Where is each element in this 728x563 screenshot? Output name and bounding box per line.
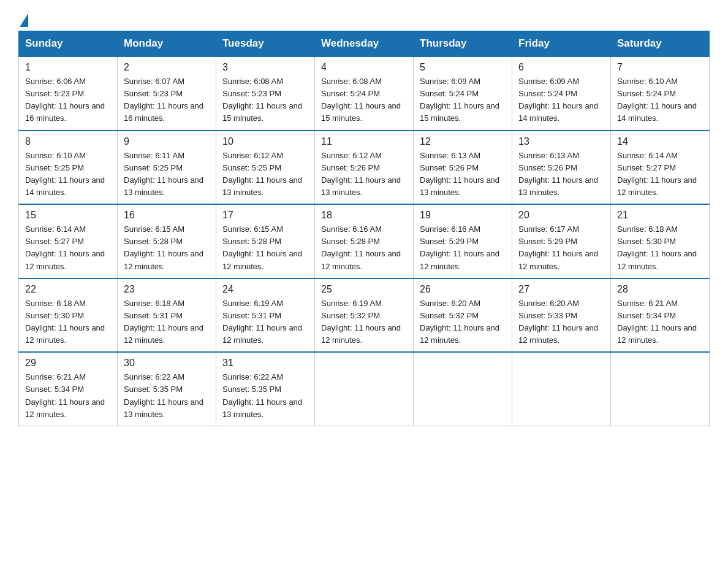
day-info: Sunrise: 6:18 AMSunset: 5:30 PMDaylight:… — [25, 297, 111, 347]
day-info: Sunrise: 6:19 AMSunset: 5:32 PMDaylight:… — [321, 297, 407, 347]
calendar-day-cell: 22Sunrise: 6:18 AMSunset: 5:30 PMDayligh… — [19, 278, 118, 353]
calendar-week-row: 1Sunrise: 6:06 AMSunset: 5:23 PMDaylight… — [19, 56, 710, 131]
day-info: Sunrise: 6:14 AMSunset: 5:27 PMDaylight:… — [617, 150, 703, 199]
day-number: 29 — [25, 358, 111, 369]
day-info: Sunrise: 6:12 AMSunset: 5:26 PMDaylight:… — [321, 150, 407, 199]
day-number: 21 — [617, 210, 703, 221]
calendar-day-cell: 5Sunrise: 6:09 AMSunset: 5:24 PMDaylight… — [414, 56, 512, 131]
calendar-day-cell: 20Sunrise: 6:17 AMSunset: 5:29 PMDayligh… — [512, 204, 611, 278]
weekday-header-friday: Friday — [512, 31, 611, 57]
day-number: 6 — [518, 62, 604, 73]
day-info: Sunrise: 6:15 AMSunset: 5:28 PMDaylight:… — [222, 223, 308, 273]
day-number: 12 — [420, 136, 506, 147]
calendar-day-cell: 8Sunrise: 6:10 AMSunset: 5:25 PMDaylight… — [19, 131, 118, 205]
day-number: 1 — [25, 62, 111, 73]
weekday-header-monday: Monday — [118, 31, 216, 57]
weekday-header-saturday: Saturday — [611, 31, 710, 57]
calendar-day-cell: 13Sunrise: 6:13 AMSunset: 5:26 PMDayligh… — [512, 131, 611, 205]
calendar-week-row: 29Sunrise: 6:21 AMSunset: 5:34 PMDayligh… — [19, 352, 710, 426]
weekday-header-thursday: Thursday — [414, 31, 512, 57]
calendar-day-cell: 17Sunrise: 6:15 AMSunset: 5:28 PMDayligh… — [216, 204, 315, 278]
calendar-day-cell: 29Sunrise: 6:21 AMSunset: 5:34 PMDayligh… — [19, 352, 118, 426]
day-info: Sunrise: 6:15 AMSunset: 5:28 PMDaylight:… — [124, 223, 210, 273]
calendar-empty-cell — [611, 352, 710, 426]
calendar-week-row: 8Sunrise: 6:10 AMSunset: 5:25 PMDaylight… — [19, 131, 710, 205]
day-number: 4 — [321, 62, 407, 73]
day-info: Sunrise: 6:11 AMSunset: 5:25 PMDaylight:… — [124, 150, 210, 199]
day-number: 22 — [25, 284, 111, 295]
calendar-day-cell: 28Sunrise: 6:21 AMSunset: 5:34 PMDayligh… — [611, 278, 710, 353]
day-info: Sunrise: 6:18 AMSunset: 5:31 PMDaylight:… — [124, 297, 210, 347]
day-number: 10 — [222, 136, 308, 147]
day-number: 13 — [518, 136, 604, 147]
day-info: Sunrise: 6:09 AMSunset: 5:24 PMDaylight:… — [420, 75, 506, 125]
day-number: 7 — [617, 62, 703, 73]
day-info: Sunrise: 6:08 AMSunset: 5:23 PMDaylight:… — [222, 75, 308, 125]
day-info: Sunrise: 6:22 AMSunset: 5:35 PMDaylight:… — [124, 371, 210, 421]
day-number: 30 — [124, 358, 210, 369]
day-number: 9 — [124, 136, 210, 147]
logo — [18, 12, 28, 25]
day-info: Sunrise: 6:13 AMSunset: 5:26 PMDaylight:… — [518, 150, 604, 199]
calendar-empty-cell — [512, 352, 611, 426]
day-number: 26 — [420, 284, 506, 295]
day-number: 28 — [617, 284, 703, 295]
weekday-header-row: SundayMondayTuesdayWednesdayThursdayFrid… — [19, 31, 710, 57]
day-number: 15 — [25, 210, 111, 221]
calendar-day-cell: 30Sunrise: 6:22 AMSunset: 5:35 PMDayligh… — [118, 352, 216, 426]
calendar-day-cell: 14Sunrise: 6:14 AMSunset: 5:27 PMDayligh… — [611, 131, 710, 205]
calendar-day-cell: 27Sunrise: 6:20 AMSunset: 5:33 PMDayligh… — [512, 278, 611, 353]
day-number: 11 — [321, 136, 407, 147]
calendar-empty-cell — [315, 352, 414, 426]
calendar-day-cell: 7Sunrise: 6:10 AMSunset: 5:24 PMDaylight… — [611, 56, 710, 131]
day-number: 17 — [222, 210, 308, 221]
day-number: 16 — [124, 210, 210, 221]
day-info: Sunrise: 6:16 AMSunset: 5:28 PMDaylight:… — [321, 223, 407, 273]
day-info: Sunrise: 6:20 AMSunset: 5:33 PMDaylight:… — [518, 297, 604, 347]
day-info: Sunrise: 6:18 AMSunset: 5:30 PMDaylight:… — [617, 223, 703, 273]
day-info: Sunrise: 6:20 AMSunset: 5:32 PMDaylight:… — [420, 297, 506, 347]
day-info: Sunrise: 6:06 AMSunset: 5:23 PMDaylight:… — [25, 75, 111, 125]
calendar-day-cell: 15Sunrise: 6:14 AMSunset: 5:27 PMDayligh… — [19, 204, 118, 278]
weekday-header-sunday: Sunday — [19, 31, 118, 57]
calendar-day-cell: 10Sunrise: 6:12 AMSunset: 5:25 PMDayligh… — [216, 131, 315, 205]
day-number: 19 — [420, 210, 506, 221]
day-info: Sunrise: 6:10 AMSunset: 5:24 PMDaylight:… — [617, 75, 703, 125]
day-number: 23 — [124, 284, 210, 295]
day-number: 2 — [124, 62, 210, 73]
weekday-header-tuesday: Tuesday — [216, 31, 315, 57]
calendar-day-cell: 12Sunrise: 6:13 AMSunset: 5:26 PMDayligh… — [414, 131, 512, 205]
day-info: Sunrise: 6:09 AMSunset: 5:24 PMDaylight:… — [518, 75, 604, 125]
day-number: 20 — [518, 210, 604, 221]
day-info: Sunrise: 6:07 AMSunset: 5:23 PMDaylight:… — [124, 75, 210, 125]
calendar-day-cell: 3Sunrise: 6:08 AMSunset: 5:23 PMDaylight… — [216, 56, 315, 131]
day-number: 25 — [321, 284, 407, 295]
day-info: Sunrise: 6:21 AMSunset: 5:34 PMDaylight:… — [25, 371, 111, 421]
day-info: Sunrise: 6:16 AMSunset: 5:29 PMDaylight:… — [420, 223, 506, 273]
calendar-day-cell: 24Sunrise: 6:19 AMSunset: 5:31 PMDayligh… — [216, 278, 315, 353]
calendar-day-cell: 18Sunrise: 6:16 AMSunset: 5:28 PMDayligh… — [315, 204, 414, 278]
day-number: 5 — [420, 62, 506, 73]
day-number: 31 — [222, 358, 308, 369]
calendar-day-cell: 6Sunrise: 6:09 AMSunset: 5:24 PMDaylight… — [512, 56, 611, 131]
day-number: 14 — [617, 136, 703, 147]
day-number: 24 — [222, 284, 308, 295]
calendar-day-cell: 21Sunrise: 6:18 AMSunset: 5:30 PMDayligh… — [611, 204, 710, 278]
calendar-day-cell: 19Sunrise: 6:16 AMSunset: 5:29 PMDayligh… — [414, 204, 512, 278]
calendar-day-cell: 9Sunrise: 6:11 AMSunset: 5:25 PMDaylight… — [118, 131, 216, 205]
day-info: Sunrise: 6:12 AMSunset: 5:25 PMDaylight:… — [222, 150, 308, 199]
calendar-day-cell: 2Sunrise: 6:07 AMSunset: 5:23 PMDaylight… — [118, 56, 216, 131]
calendar-empty-cell — [414, 352, 512, 426]
day-number: 27 — [518, 284, 604, 295]
day-info: Sunrise: 6:17 AMSunset: 5:29 PMDaylight:… — [518, 223, 604, 273]
calendar-day-cell: 23Sunrise: 6:18 AMSunset: 5:31 PMDayligh… — [118, 278, 216, 353]
day-number: 18 — [321, 210, 407, 221]
day-number: 8 — [25, 136, 111, 147]
calendar-day-cell: 26Sunrise: 6:20 AMSunset: 5:32 PMDayligh… — [414, 278, 512, 353]
day-info: Sunrise: 6:10 AMSunset: 5:25 PMDaylight:… — [25, 150, 111, 199]
calendar-day-cell: 1Sunrise: 6:06 AMSunset: 5:23 PMDaylight… — [19, 56, 118, 131]
calendar-day-cell: 11Sunrise: 6:12 AMSunset: 5:26 PMDayligh… — [315, 131, 414, 205]
day-info: Sunrise: 6:14 AMSunset: 5:27 PMDaylight:… — [25, 223, 111, 273]
day-info: Sunrise: 6:13 AMSunset: 5:26 PMDaylight:… — [420, 150, 506, 199]
day-info: Sunrise: 6:22 AMSunset: 5:35 PMDaylight:… — [222, 371, 308, 421]
